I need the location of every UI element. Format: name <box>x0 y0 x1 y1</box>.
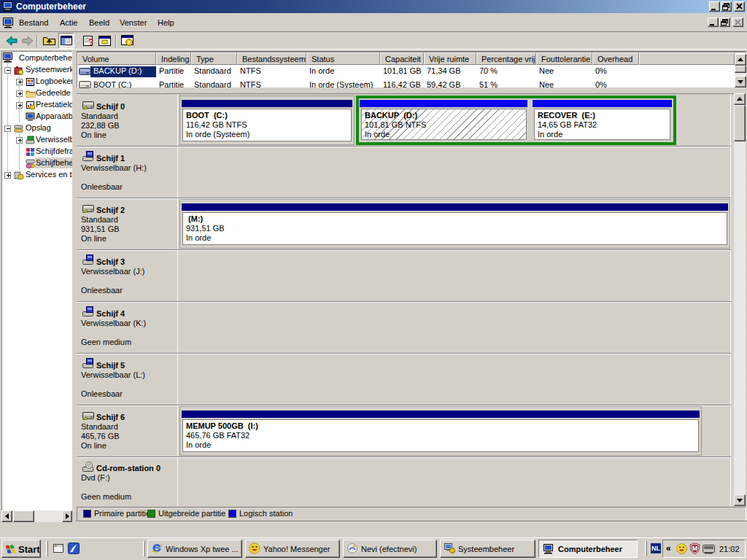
svg-text:?: ? <box>88 37 93 47</box>
svg-text:M: M <box>692 545 698 552</box>
